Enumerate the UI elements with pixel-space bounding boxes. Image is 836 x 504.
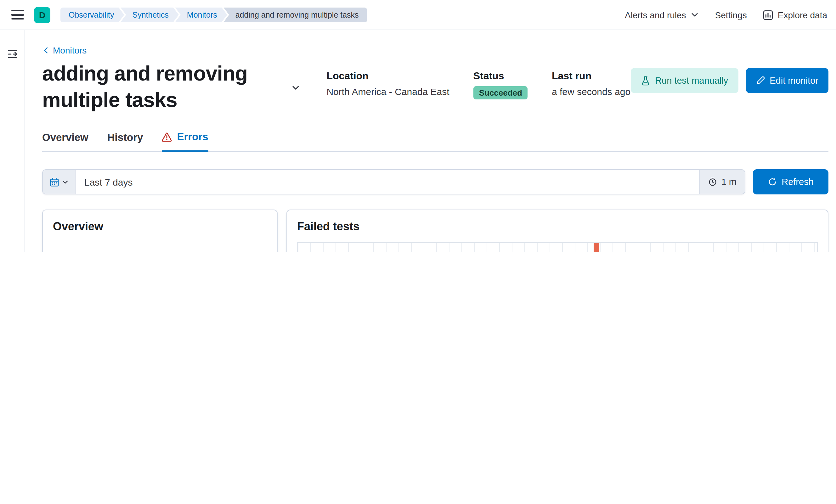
overview-stats: 1 Errors 1 Failed tests [53, 249, 267, 252]
status-label: Status [473, 71, 528, 82]
app-window: D Observability Synthetics Monitors addi… [0, 0, 836, 252]
meta-status: Status Succeeded [473, 71, 528, 99]
explore-data-label: Explore data [778, 10, 827, 20]
breadcrumb-observability[interactable]: Observability [60, 7, 124, 22]
collapsed-sidebar [0, 30, 25, 252]
run-test-manually-button[interactable]: Run test manually [630, 68, 738, 93]
date-bar: Last 7 days 1 m Refresh [42, 170, 829, 195]
refresh-icon [768, 178, 777, 187]
chevron-left-icon [42, 46, 50, 54]
failed-tests-count: 1 [160, 249, 267, 252]
refresh-label: Refresh [782, 177, 814, 187]
quick-select-button[interactable] [43, 170, 76, 194]
edit-monitor-label: Edit monitor [770, 76, 818, 85]
monitor-select-chevron-icon[interactable] [292, 82, 300, 94]
alerts-and-rules-menu[interactable]: Alerts and rules [625, 10, 699, 20]
title-row: adding and removing multiple tasks Locat… [42, 60, 829, 114]
back-link-label: Monitors [53, 45, 87, 55]
chevron-down-icon [690, 11, 699, 19]
tab-errors[interactable]: Errors [162, 131, 208, 152]
timer-icon [708, 178, 717, 187]
date-picker: Last 7 days 1 m [42, 170, 745, 195]
refresh-interval[interactable]: 1 m [699, 170, 745, 194]
page-title: adding and removing multiple tasks [42, 60, 283, 114]
last-run-value: a few seconds ago [552, 86, 630, 97]
tab-history-label: History [107, 132, 143, 143]
edit-monitor-button[interactable]: Edit monitor [746, 68, 829, 93]
last-run-label: Last run [552, 71, 630, 82]
explore-data-icon [763, 10, 773, 20]
settings-label: Settings [715, 10, 747, 20]
chevron-down-icon [61, 179, 68, 186]
meta-location: Location North America - Canada East [326, 71, 449, 99]
meta-last-run: Last run a few seconds ago [552, 71, 630, 99]
settings-link[interactable]: Settings [715, 10, 747, 20]
monitor-tabs: Overview History Errors [42, 131, 829, 152]
monitor-meta: Location North America - Canada East Sta… [326, 71, 630, 99]
refresh-button[interactable]: Refresh [753, 170, 829, 195]
breadcrumb-synthetics[interactable]: Synthetics [120, 7, 179, 22]
failed-bar[interactable] [594, 243, 600, 252]
summary-row: Overview 1 Errors 1 Failed tests Failed … [42, 210, 829, 252]
errors-count: 1 [53, 249, 160, 252]
breadcrumb-monitors[interactable]: Monitors [175, 7, 227, 22]
back-to-monitors-link[interactable]: Monitors [42, 45, 87, 55]
menu-icon[interactable] [11, 10, 24, 20]
alerts-and-rules-label: Alerts and rules [625, 10, 686, 20]
monitor-actions: Run test manually Edit monitor [630, 68, 829, 93]
run-test-manually-label: Run test manually [655, 76, 728, 85]
header-nav: Alerts and rules Settings Explore data [625, 10, 827, 20]
overview-panel: Overview 1 Errors 1 Failed tests [42, 210, 278, 252]
errors-stat: 1 Errors [53, 249, 160, 252]
overview-panel-title: Overview [53, 220, 267, 234]
failed-tests-chart[interactable] [297, 243, 818, 252]
beaker-icon [641, 76, 650, 85]
tab-errors-label: Errors [177, 131, 208, 143]
status-badge: Succeeded [473, 86, 528, 99]
calendar-icon [50, 177, 59, 187]
tab-overview[interactable]: Overview [42, 131, 89, 151]
failed-tests-panel: Failed tests 2023-02-17 00:00 2023-02-18… [286, 210, 829, 252]
explore-data-link[interactable]: Explore data [763, 10, 827, 20]
refresh-interval-value: 1 m [721, 177, 737, 187]
breadcrumb: Observability Synthetics Monitors adding… [60, 7, 367, 22]
tab-history[interactable]: History [107, 131, 143, 151]
location-label: Location [326, 71, 449, 82]
expand-sidebar-icon[interactable] [7, 49, 17, 59]
deployment-badge[interactable]: D [34, 6, 50, 23]
failed-tests-stat: 1 Failed tests [160, 249, 267, 252]
failed-tests-panel-title: Failed tests [297, 220, 818, 234]
warning-triangle-icon [162, 132, 172, 142]
top-header: D Observability Synthetics Monitors addi… [0, 0, 836, 30]
tab-overview-label: Overview [42, 132, 89, 143]
date-range-value[interactable]: Last 7 days [76, 177, 699, 188]
location-value: North America - Canada East [326, 86, 449, 97]
breadcrumb-current: adding and removing multiple tasks [224, 7, 367, 22]
pencil-icon [756, 76, 764, 85]
main-content: Monitors adding and removing multiple ta… [25, 30, 836, 252]
